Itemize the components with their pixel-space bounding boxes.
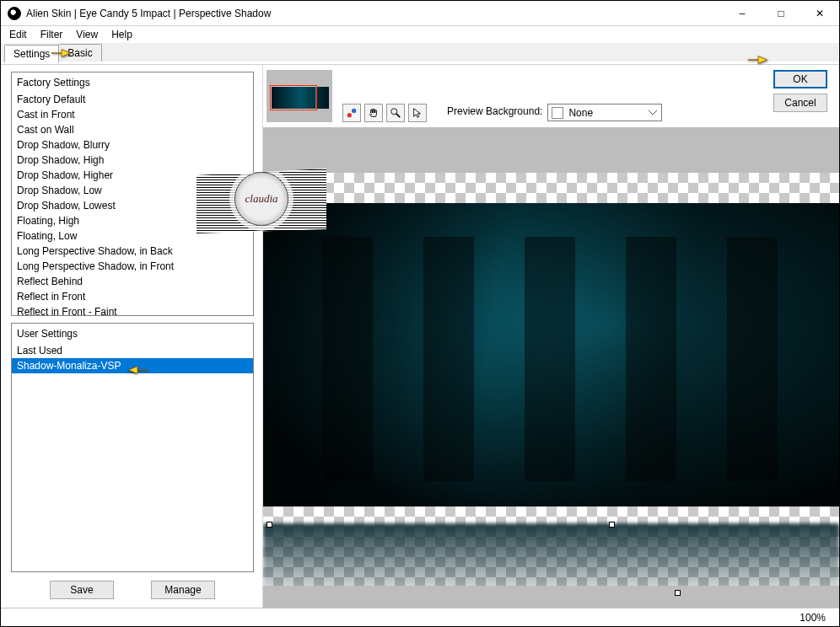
hand-tool[interactable] xyxy=(364,104,383,122)
maximize-button[interactable]: □ xyxy=(762,1,800,26)
list-item[interactable]: Drop Shadow, Lowest xyxy=(12,198,253,213)
zoom-level: 100% xyxy=(800,612,826,624)
menu-edit[interactable]: Edit xyxy=(4,27,35,42)
list-item[interactable]: Reflect in Front - Faint xyxy=(12,304,253,316)
titlebar: Alien Skin | Eye Candy 5 Impact | Perspe… xyxy=(1,1,839,26)
list-item[interactable]: Cast in Front xyxy=(12,107,253,122)
color-sample-tool[interactable] xyxy=(342,104,361,122)
list-item[interactable]: Cast on Wall xyxy=(12,122,253,137)
navigator-selection[interactable] xyxy=(270,85,317,110)
factory-settings-header: Factory Settings xyxy=(12,74,253,92)
preview-background-select[interactable]: None xyxy=(547,104,662,121)
list-item[interactable]: Long Perspective Shadow, in Back xyxy=(12,244,253,259)
preview-toolbar: Preview Background: None OK Cancel xyxy=(263,65,839,127)
list-item[interactable]: Drop Shadow, Low xyxy=(12,183,253,198)
list-item[interactable]: Reflect in Front xyxy=(12,289,253,304)
preview-image xyxy=(263,203,839,506)
list-item[interactable]: Last Used xyxy=(12,343,253,358)
list-item[interactable]: Reflect Behind xyxy=(12,274,253,289)
close-button[interactable]: ✕ xyxy=(800,1,839,26)
right-panel: Preview Background: None OK Cancel xyxy=(262,65,839,608)
minimize-button[interactable]: – xyxy=(723,1,762,26)
window-title: Alien Skin | Eye Candy 5 Impact | Perspe… xyxy=(26,8,723,19)
list-item[interactable]: Drop Shadow, High xyxy=(12,153,253,168)
cancel-button[interactable]: Cancel xyxy=(773,94,827,112)
user-settings-header: User Settings xyxy=(12,325,253,343)
main: Factory Settings Factory Default Cast in… xyxy=(1,65,839,608)
list-item[interactable]: Floating, High xyxy=(12,213,253,228)
menubar: Edit Filter View Help xyxy=(1,26,839,43)
list-item[interactable]: Drop Shadow, Blurry xyxy=(12,137,253,153)
pointer-tool[interactable] xyxy=(408,104,427,122)
menu-filter[interactable]: Filter xyxy=(35,27,72,42)
factory-settings-list[interactable]: Factory Settings Factory Default Cast in… xyxy=(11,72,254,316)
chevron-down-icon xyxy=(646,106,660,120)
list-item[interactable]: Drop Shadow, Higher xyxy=(12,168,253,183)
list-item[interactable]: Factory Default xyxy=(12,92,253,107)
preview-canvas[interactable] xyxy=(263,127,839,608)
tabstrip: Settings Basic xyxy=(1,43,839,62)
preview-background-value: None xyxy=(568,107,593,119)
menu-help[interactable]: Help xyxy=(106,27,141,42)
zoom-tool[interactable] xyxy=(386,104,405,122)
tab-settings[interactable]: Settings xyxy=(4,45,59,62)
svg-line-3 xyxy=(396,114,400,117)
resize-handle[interactable] xyxy=(609,522,615,528)
left-panel: Factory Settings Factory Default Cast in… xyxy=(1,65,262,608)
resize-handle[interactable] xyxy=(267,522,272,528)
button-row: Save Manage xyxy=(11,572,254,603)
user-settings-list[interactable]: User Settings Last Used Shadow-Monaliza-… xyxy=(11,323,254,572)
swatch-icon xyxy=(552,107,563,119)
manage-button[interactable]: Manage xyxy=(151,581,215,599)
app-icon xyxy=(8,7,21,20)
svg-point-2 xyxy=(391,109,397,115)
resize-handle[interactable] xyxy=(675,590,681,596)
navigator-thumbnail[interactable] xyxy=(267,70,332,122)
preview-background-label: Preview Background: xyxy=(447,105,542,117)
list-item[interactable]: Long Perspective Shadow, in Front xyxy=(12,259,253,274)
list-item[interactable]: Shadow-Monaliza-VSP xyxy=(12,358,253,373)
statusbar: 100% xyxy=(1,608,839,626)
svg-point-0 xyxy=(347,113,352,117)
list-item[interactable]: Floating, Low xyxy=(12,228,253,244)
menu-view[interactable]: View xyxy=(71,27,106,42)
save-button[interactable]: Save xyxy=(50,581,114,599)
ok-button[interactable]: OK xyxy=(773,70,827,88)
tab-basic[interactable]: Basic xyxy=(58,44,101,62)
svg-point-1 xyxy=(352,109,356,113)
